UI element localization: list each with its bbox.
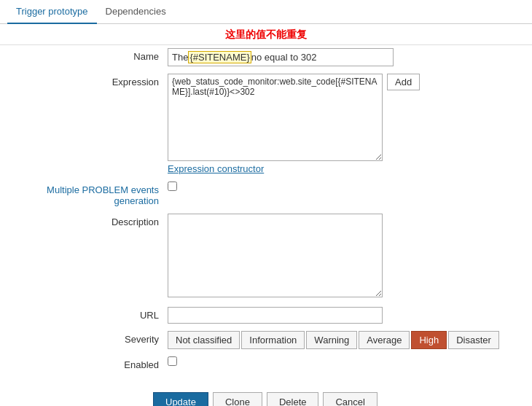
tab-trigger-prototype[interactable]: Trigger prototype — [7, 0, 97, 24]
description-row: Description — [15, 214, 517, 300]
expression-label: Expression — [15, 74, 168, 87]
multiple-problem-label[interactable]: Multiple PROBLEM events generation — [15, 181, 168, 206]
url-row: URL — [15, 307, 517, 324]
expression-constructor-link[interactable]: Expression constructor — [168, 163, 517, 174]
tab-bar: Trigger prototype Dependencies — [0, 0, 532, 24]
description-label: Description — [15, 214, 168, 227]
multiple-problem-row: Multiple PROBLEM events generation — [15, 181, 517, 206]
warning-banner: 这里的值不能重复 — [0, 24, 532, 44]
expression-row: Expression {web_status_code_monitor:web.… — [15, 74, 517, 174]
description-control — [168, 214, 517, 300]
enabled-control — [168, 356, 517, 366]
url-input[interactable] — [168, 307, 383, 324]
severity-control: Not classified Information Warning Avera… — [168, 331, 517, 349]
severity-disaster[interactable]: Disaster — [448, 331, 499, 349]
severity-warning[interactable]: Warning — [306, 331, 357, 349]
severity-label: Severity — [15, 331, 168, 345]
delete-button[interactable]: Delete — [267, 392, 319, 406]
url-label: URL — [15, 307, 168, 321]
name-prefix: The — [172, 52, 188, 63]
enabled-row: Enabled — [15, 356, 517, 370]
update-button[interactable]: Update — [153, 392, 208, 406]
expression-textarea[interactable]: {web_status_code_monitor:web.site_code[{… — [168, 74, 383, 161]
severity-high[interactable]: High — [411, 331, 447, 349]
cancel-button[interactable]: Cancel — [323, 392, 377, 406]
expression-control: {web_status_code_monitor:web.site_code[{… — [168, 74, 517, 174]
name-label: Name — [15, 48, 168, 62]
severity-row: Severity Not classified Information Warn… — [15, 331, 517, 349]
name-suffix: no equal to 302 — [251, 52, 317, 63]
action-buttons: Update Clone Delete Cancel — [0, 385, 532, 406]
name-row: Name The {#SITENAME}no equal to 302 — [15, 48, 517, 66]
multiple-problem-control — [168, 181, 517, 191]
severity-average[interactable]: Average — [359, 331, 410, 349]
severity-not-classified[interactable]: Not classified — [168, 331, 240, 349]
multiple-problem-checkbox[interactable] — [168, 181, 177, 191]
url-control — [168, 307, 517, 324]
clone-button[interactable]: Clone — [213, 392, 262, 406]
expression-add-button[interactable]: Add — [387, 74, 420, 90]
name-control: The {#SITENAME}no equal to 302 — [168, 48, 517, 66]
tab-dependencies[interactable]: Dependencies — [97, 0, 175, 24]
form-area: Name The {#SITENAME}no equal to 302 Expr… — [0, 45, 532, 385]
name-display[interactable]: The {#SITENAME}no equal to 302 — [168, 48, 394, 66]
enabled-checkbox[interactable] — [168, 356, 177, 366]
enabled-label: Enabled — [15, 356, 168, 370]
name-macro: {#SITENAME} — [188, 51, 251, 63]
description-textarea[interactable] — [168, 214, 383, 297]
severity-information[interactable]: Information — [241, 331, 305, 349]
